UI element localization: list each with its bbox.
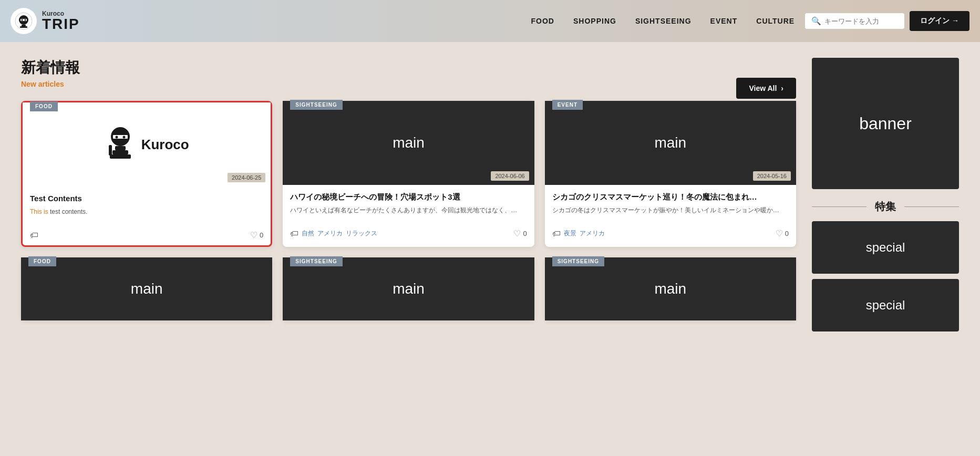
view-all-label: View All [749, 84, 777, 92]
card-date-2: 2024-06-06 [491, 171, 529, 181]
kuroco-brand-text: Kuroco [141, 137, 189, 153]
svg-point-9 [115, 136, 118, 139]
excerpt-link-1[interactable]: This is [30, 208, 48, 215]
card-image-6: main [545, 257, 796, 320]
svg-rect-12 [112, 150, 128, 154]
nav-culture[interactable]: CULTURE [756, 17, 795, 25]
content-left: 新着情報 New articles View All › FOOD [21, 58, 796, 337]
svg-point-10 [122, 136, 125, 139]
articles-grid-row1: FOOD [21, 101, 796, 247]
card-excerpt-2: ハワイといえば有名なビーチがたくさんありますが、今回は観光地ではなく、… [290, 205, 527, 215]
logo-icon [11, 8, 37, 34]
svg-point-4 [25, 19, 26, 21]
card-image-label-6: main [654, 281, 686, 297]
svg-rect-13 [110, 154, 131, 159]
card-body-3: シカゴのクリスマスマーケット巡り！冬の魔法に包まれ… シカゴの冬はクリスマスマー… [545, 185, 796, 225]
card-badge-6: SIGHTSEEING [552, 256, 604, 266]
svg-rect-11 [115, 146, 126, 150]
sidebar-divider: 特集 [812, 200, 959, 214]
banner-block[interactable]: banner [812, 58, 959, 189]
svg-rect-8 [113, 135, 128, 139]
card-body-2: ハワイの秘境ビーチへの冒険！穴場スポット3選 ハワイといえば有名なビーチがたくさ… [283, 185, 534, 225]
card-footer-1: 🏷 ♡ 0 [23, 227, 271, 245]
article-card-2[interactable]: SIGHTSEEING main 2024-06-06 ハワイの秘境ビーチへの冒… [283, 101, 534, 247]
likes-count-1: 0 [260, 231, 263, 239]
section-title: 新着情報 [21, 58, 80, 78]
heart-icon-3: ♡ [776, 229, 783, 239]
special-label-1: special [866, 240, 905, 255]
card-title-2: ハワイの秘境ビーチへの冒険！穴場スポット3選 [290, 191, 527, 202]
tag-icon-2: 🏷 [290, 229, 298, 239]
special-block-2[interactable]: special [812, 279, 959, 331]
card-image-3: main 2024-05-16 [545, 101, 796, 185]
card-excerpt-3: シカゴの冬はクリスマスマーケットが賑やか！美しいイルミネーションや暖か… [552, 205, 789, 215]
view-all-button[interactable]: View All › [736, 78, 796, 99]
card-likes-3: ♡ 0 [776, 229, 789, 239]
sidebar-right: banner 特集 special special [812, 58, 959, 337]
special-label-2: special [866, 298, 905, 313]
login-label: ログイン → [920, 16, 959, 26]
card-badge-3: EVENT [552, 100, 583, 110]
likes-count-2: 0 [523, 230, 527, 237]
heart-icon-1: ♡ [250, 230, 257, 240]
card-date-3: 2024-05-16 [753, 171, 791, 181]
divider-line-right [904, 206, 959, 207]
svg-point-3 [22, 19, 23, 21]
card-image-2: main 2024-06-06 [283, 101, 534, 185]
nav-links: FOOD SHOPPING SIGHTSEEING EVENT CULTURE [531, 17, 795, 25]
tokushu-label: 特集 [875, 200, 896, 214]
card-excerpt-1: This is test contents. [30, 207, 263, 216]
tag-icon-1: 🏷 [30, 231, 38, 240]
special-block-1[interactable]: special [812, 221, 959, 274]
card-body-1: Test Contents This is test contents. [23, 186, 271, 227]
article-card-4[interactable]: FOOD main [21, 257, 272, 320]
card-image-label-3: main [654, 134, 686, 151]
card-tag-america[interactable]: アメリカ [317, 229, 343, 239]
main-content: 新着情報 New articles View All › FOOD [0, 42, 980, 353]
article-card-1[interactable]: FOOD [21, 101, 272, 247]
article-card-6[interactable]: SIGHTSEEING main [545, 257, 796, 320]
card-image-1: Kuroco 2024-06-25 [23, 102, 271, 186]
card-likes-1: ♡ 0 [250, 230, 263, 240]
login-button[interactable]: ログイン → [910, 11, 969, 31]
card-image-label-4: main [131, 281, 163, 297]
card-tags-2: 🏷 自然 アメリカ リラックス [290, 229, 377, 239]
search-icon: 🔍 [811, 16, 821, 26]
card-likes-2: ♡ 0 [513, 229, 527, 239]
kuroco-ninja-icon [105, 126, 136, 163]
article-card-5[interactable]: SIGHTSEEING main [283, 257, 534, 320]
logo-text: Kuroco TRIP [42, 11, 80, 32]
kuroco-img-content: Kuroco [94, 116, 200, 173]
card-badge-5: SIGHTSEEING [290, 256, 342, 266]
card-image-label-2: main [393, 134, 425, 151]
search-input[interactable] [824, 17, 898, 25]
section-subtitle: New articles [21, 80, 80, 88]
svg-rect-14 [109, 145, 112, 156]
card-badge-4: FOOD [28, 256, 56, 266]
card-tag-america2[interactable]: アメリカ [580, 229, 605, 239]
section-header: 新着情報 New articles [21, 58, 80, 88]
tag-icon-3: 🏷 [552, 229, 561, 239]
banner-label: banner [859, 114, 912, 133]
card-footer-2: 🏷 自然 アメリカ リラックス ♡ 0 [283, 225, 534, 244]
card-tag-nature[interactable]: 自然 [302, 229, 314, 239]
nav-shopping[interactable]: SHOPPING [573, 17, 616, 25]
divider-line-left [812, 206, 866, 207]
section-header-row: 新着情報 New articles View All › [21, 58, 796, 99]
nav-food[interactable]: FOOD [531, 17, 554, 25]
nav-event[interactable]: EVENT [710, 17, 738, 25]
view-all-chevron: › [781, 84, 783, 92]
card-tag-relax[interactable]: リラックス [346, 229, 377, 239]
card-footer-3: 🏷 夜景 アメリカ ♡ 0 [545, 225, 796, 244]
logo-trip-text: TRIP [42, 17, 80, 32]
card-tag-night[interactable]: 夜景 [564, 229, 576, 239]
card-image-label-5: main [393, 281, 425, 297]
card-image-5: main [283, 257, 534, 320]
card-title-1: Test Contents [30, 193, 263, 204]
article-card-3[interactable]: EVENT main 2024-05-16 シカゴのクリスマスマーケット巡り！冬… [545, 101, 796, 247]
nav-sightseeing[interactable]: SIGHTSEEING [635, 17, 692, 25]
svg-rect-5 [22, 25, 26, 26]
search-box: 🔍 [805, 13, 904, 29]
heart-icon-2: ♡ [513, 229, 521, 239]
likes-count-3: 0 [785, 230, 789, 237]
